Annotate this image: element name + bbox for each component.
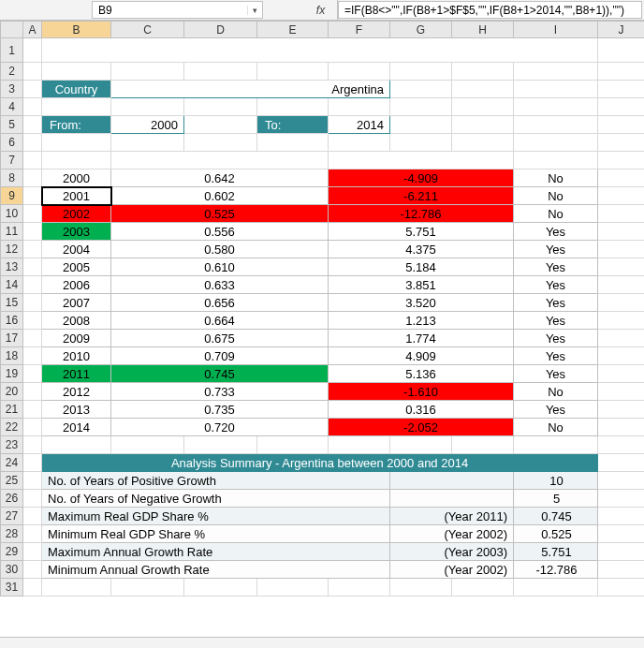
row-header[interactable]: 1 <box>1 38 23 63</box>
cell-share[interactable]: 0.745 <box>111 365 329 383</box>
cell-growth[interactable]: -12.786 <box>329 205 514 223</box>
row-header[interactable]: 26 <box>1 490 23 508</box>
fx-icon[interactable]: fx <box>304 0 338 20</box>
cell-year[interactable]: 2006 <box>42 276 111 294</box>
row-header[interactable]: 5 <box>1 116 23 134</box>
cell-year[interactable]: 2009 <box>42 330 111 347</box>
cell-year[interactable]: 2011 <box>42 365 111 383</box>
cell-share[interactable]: 0.602 <box>111 187 329 205</box>
row-header[interactable]: 25 <box>1 472 23 490</box>
name-box[interactable]: B9 ▾ <box>92 1 263 19</box>
col-header-C[interactable]: C <box>111 22 184 38</box>
cell-share[interactable]: 0.656 <box>111 294 329 312</box>
cell-growth[interactable]: 1.774 <box>329 330 514 347</box>
cell-pos-growth[interactable]: No <box>514 419 598 436</box>
col-header-J[interactable]: J <box>598 22 645 38</box>
country-input[interactable]: Argentina <box>111 81 390 98</box>
cell-pos-growth[interactable]: No <box>514 187 598 205</box>
cell-share[interactable]: 0.675 <box>111 330 329 347</box>
row-header[interactable]: 31 <box>1 579 23 596</box>
row-header[interactable]: 12 <box>1 241 23 258</box>
to-input[interactable]: 2014 <box>329 116 390 134</box>
row-header[interactable]: 13 <box>1 258 23 276</box>
row-header[interactable]: 19 <box>1 365 23 383</box>
select-all-corner[interactable] <box>1 22 23 38</box>
formula-input[interactable]: =IF(B8<>"",IF(B8+1>$F$5,"",IF(B8+1>2014,… <box>338 1 642 19</box>
row-header[interactable]: 6 <box>1 134 23 152</box>
cell-share[interactable]: 0.720 <box>111 419 329 436</box>
cell-growth[interactable]: 3.520 <box>329 294 514 312</box>
cell-share[interactable]: 0.642 <box>111 169 329 187</box>
cell-pos-growth[interactable]: Yes <box>514 276 598 294</box>
row-header[interactable]: 4 <box>1 98 23 116</box>
cell-growth[interactable]: -2.052 <box>329 419 514 436</box>
row-header[interactable]: 16 <box>1 312 23 330</box>
cell-growth[interactable]: -4.909 <box>329 169 514 187</box>
row-header[interactable]: 9 <box>1 187 23 205</box>
row-header[interactable]: 14 <box>1 276 23 294</box>
cell-share[interactable]: 0.610 <box>111 258 329 276</box>
cell-share[interactable]: 0.664 <box>111 312 329 330</box>
cell-share[interactable]: 0.735 <box>111 401 329 419</box>
cell-year[interactable]: 2000 <box>42 169 111 187</box>
row-header[interactable]: 20 <box>1 383 23 401</box>
cell-year[interactable]: 2012 <box>42 383 111 401</box>
row-header[interactable]: 23 <box>1 436 23 454</box>
cell-pos-growth[interactable]: Yes <box>514 401 598 419</box>
cell-year[interactable]: 2005 <box>42 258 111 276</box>
row-header[interactable]: 22 <box>1 419 23 436</box>
col-header-F[interactable]: F <box>329 22 390 38</box>
cell-share[interactable]: 0.733 <box>111 383 329 401</box>
name-box-dropdown-icon[interactable]: ▾ <box>247 6 262 15</box>
cell-pos-growth[interactable]: Yes <box>514 347 598 365</box>
cell-growth[interactable]: -6.211 <box>329 187 514 205</box>
cell-year[interactable]: 2008 <box>42 312 111 330</box>
cell-growth[interactable]: 3.851 <box>329 276 514 294</box>
col-header-I[interactable]: I <box>514 22 598 38</box>
cell-year[interactable]: 2001 <box>42 187 111 205</box>
row-header[interactable]: 3 <box>1 81 23 98</box>
cell-year[interactable]: 2007 <box>42 294 111 312</box>
cell-pos-growth[interactable]: Yes <box>514 312 598 330</box>
cell-growth[interactable]: 1.213 <box>329 312 514 330</box>
col-header-A[interactable]: A <box>23 22 42 38</box>
row-header[interactable]: 17 <box>1 330 23 347</box>
cell-pos-growth[interactable]: Yes <box>514 365 598 383</box>
cell-growth[interactable]: 5.184 <box>329 258 514 276</box>
col-header-B[interactable]: B <box>42 22 111 38</box>
cell-year[interactable]: 2002 <box>42 205 111 223</box>
cell-share[interactable]: 0.525 <box>111 205 329 223</box>
spreadsheet-grid[interactable]: A B C D E F G H I J 1 Real GDP Shares an… <box>0 21 644 637</box>
row-header[interactable]: 29 <box>1 543 23 561</box>
col-header-G[interactable]: G <box>390 22 452 38</box>
row-header[interactable]: 21 <box>1 401 23 419</box>
cell-year[interactable]: 2003 <box>42 223 111 241</box>
row-header[interactable]: 11 <box>1 223 23 241</box>
row-header[interactable]: 30 <box>1 561 23 579</box>
cell-pos-growth[interactable]: No <box>514 383 598 401</box>
cell-year[interactable]: 2013 <box>42 401 111 419</box>
cell-pos-growth[interactable]: Yes <box>514 258 598 276</box>
cell-pos-growth[interactable]: Yes <box>514 294 598 312</box>
cell-year[interactable]: 2010 <box>42 347 111 365</box>
row-header[interactable]: 28 <box>1 525 23 543</box>
row-header[interactable]: 8 <box>1 169 23 187</box>
cell-share[interactable]: 0.556 <box>111 223 329 241</box>
row-header[interactable]: 7 <box>1 152 23 169</box>
cell-pos-growth[interactable]: Yes <box>514 330 598 347</box>
cell-year[interactable]: 2004 <box>42 241 111 258</box>
cell-growth[interactable]: 5.751 <box>329 223 514 241</box>
col-header-E[interactable]: E <box>257 22 329 38</box>
from-input[interactable]: 2000 <box>111 116 184 134</box>
cell-pos-growth[interactable]: No <box>514 205 598 223</box>
cell-year[interactable]: 2014 <box>42 419 111 436</box>
cell-growth[interactable]: -1.610 <box>329 383 514 401</box>
cell-share[interactable]: 0.633 <box>111 276 329 294</box>
cell-pos-growth[interactable]: No <box>514 169 598 187</box>
cell-growth[interactable]: 4.375 <box>329 241 514 258</box>
cell-share[interactable]: 0.709 <box>111 347 329 365</box>
col-header-H[interactable]: H <box>452 22 514 38</box>
cell-pos-growth[interactable]: Yes <box>514 223 598 241</box>
sheet-tab-strip[interactable] <box>0 637 644 648</box>
row-header[interactable]: 27 <box>1 508 23 525</box>
